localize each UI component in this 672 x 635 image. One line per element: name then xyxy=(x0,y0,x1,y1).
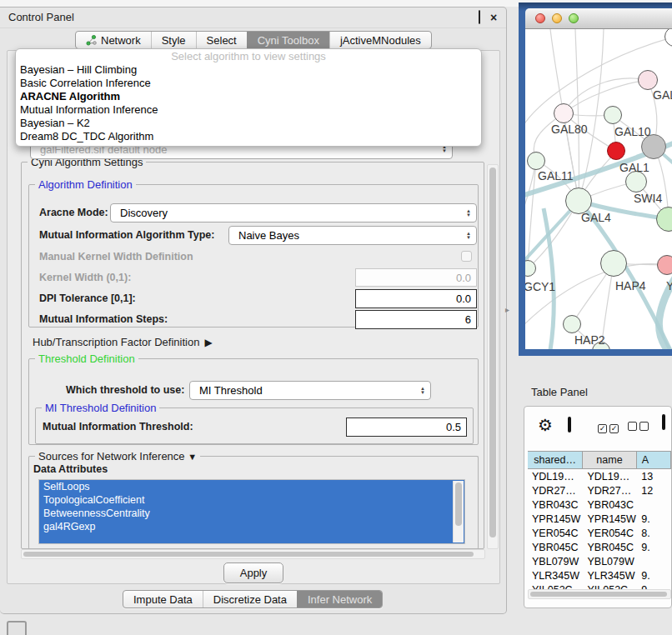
table-row[interactable]: YBL079WYBL079W xyxy=(528,554,671,568)
kernel-width-field[interactable]: 0.0 xyxy=(355,268,477,287)
tab-select[interactable]: Select xyxy=(196,32,247,48)
attribute-item[interactable]: gal4RGexp xyxy=(39,520,464,533)
network-node-red[interactable] xyxy=(607,142,625,160)
node-label-hap2: HAP2 xyxy=(574,333,605,347)
zoom-traffic-light[interactable] xyxy=(569,13,579,23)
table-panel-title: Table Panel xyxy=(531,386,588,398)
attribute-item[interactable]: TopologicalCoefficient xyxy=(39,493,464,507)
node-label-gal80: GAL80 xyxy=(551,122,588,136)
algorithm-option[interactable]: Dream8 DC_TDC Algorithm xyxy=(16,130,481,143)
table-row[interactable]: YBR045CYBR045C9. xyxy=(528,540,671,554)
attribute-item-partial[interactable] xyxy=(39,533,464,543)
node-label-gcy1: GCY1 xyxy=(525,280,555,293)
mi-type-label: Mutual Information Algorithm Type: xyxy=(39,229,214,241)
network-node-pink[interactable] xyxy=(657,255,672,275)
sources-title[interactable]: Sources for Network Inference ▼ xyxy=(35,450,200,462)
data-attributes-label: Data Attributes xyxy=(33,463,108,475)
manual-kernel-checkbox[interactable] xyxy=(461,251,472,262)
node-table: shared… name A YDL19…YDL19…13 YDR27…YDR2… xyxy=(528,451,671,608)
settings-horizontal-scrollbar[interactable] xyxy=(21,549,485,559)
which-threshold-label: Which threshold to use: xyxy=(66,384,184,396)
algorithm-definition-title: Algorithm Definition xyxy=(35,178,136,191)
node-label-gal10: GAL10 xyxy=(614,125,651,138)
attribute-list-scrollbar[interactable] xyxy=(453,481,464,542)
node-label-hap4: HAP4 xyxy=(615,279,646,292)
tab-network[interactable]: Network xyxy=(76,32,151,48)
mi-threshold-field[interactable]: 0.5 xyxy=(346,418,467,437)
tab-cyni-toolbox[interactable]: Cyni Toolbox xyxy=(247,32,329,48)
dpi-tolerance-label: DPI Tolerance [0,1]: xyxy=(39,292,136,304)
mi-threshold-definition-title: MI Threshold Definition xyxy=(42,402,159,414)
control-panel-titlebar: Control Panel × xyxy=(0,8,506,28)
corner-grid-icon[interactable] xyxy=(7,621,27,635)
minimize-traffic-light[interactable] xyxy=(552,13,562,23)
table-panel: ⚙ ✓✓ shared… name A YDL19…YDL19…13 YDR27… xyxy=(524,406,672,608)
threshold-definition-title: Threshold Definition xyxy=(35,352,138,365)
table-row[interactable]: YBR043CYBR043C xyxy=(528,498,671,512)
attribute-item[interactable]: SelfLoops xyxy=(39,480,464,493)
mi-steps-label: Mutual Information Steps: xyxy=(39,313,168,325)
apply-button[interactable]: Apply xyxy=(223,562,283,583)
control-panel-title: Control Panel xyxy=(8,11,74,23)
column-header-shared-name[interactable]: shared… xyxy=(528,452,583,469)
close-icon[interactable]: × xyxy=(489,12,499,22)
algorithm-dropdown-hint: Select algorithm to view settings xyxy=(16,49,481,63)
expanded-arrow-icon: ▼ xyxy=(188,452,197,462)
dpi-tolerance-field[interactable]: 0.0 xyxy=(355,289,477,308)
network-node-hap2[interactable] xyxy=(563,315,581,333)
select-all-columns-icon[interactable]: ✓✓ xyxy=(598,421,621,433)
tab-style[interactable]: Style xyxy=(151,32,196,48)
network-node-gal11[interactable] xyxy=(527,152,545,170)
tab-discretize-data[interactable]: Discretize Data xyxy=(203,591,297,608)
which-threshold-combobox[interactable]: MI Threshold ▲▼ xyxy=(189,381,431,400)
table-row[interactable]: YDR27…YDR27…12 xyxy=(528,483,671,498)
node-label-swi4: SWI4 xyxy=(634,192,662,205)
network-node[interactable] xyxy=(638,70,658,90)
float-window-icon[interactable] xyxy=(474,12,484,22)
network-node-gal10[interactable] xyxy=(604,106,622,124)
settings-vertical-scrollbar[interactable] xyxy=(487,164,499,549)
cyni-algorithm-settings-group: Cyni Algorithm Settings Algorithm Defini… xyxy=(21,162,484,549)
panel-splitter-handle[interactable]: ▸ xyxy=(505,305,509,314)
aracne-mode-combobox[interactable]: Discovery ▲▼ xyxy=(110,203,477,222)
column-header-name[interactable]: name xyxy=(583,452,637,469)
combo-spinner-icon: ▲▼ xyxy=(420,387,425,395)
table-header-row: shared… name A xyxy=(528,451,671,469)
network-node-hap4[interactable] xyxy=(600,250,627,277)
table-row[interactable]: YDL19…YDL19…13 xyxy=(528,469,671,483)
table-row[interactable]: YPR145WYPR145W9. xyxy=(528,512,671,526)
tab-impute-data[interactable]: Impute Data xyxy=(123,591,203,608)
combo-spinner-icon: ▲▼ xyxy=(466,232,471,240)
algorithm-option[interactable]: Mutual Information Inference xyxy=(16,103,481,117)
algorithm-option[interactable]: Basic Correlation Inference xyxy=(16,77,481,90)
node-label-gal4: GAL4 xyxy=(581,211,611,224)
mi-type-combobox[interactable]: Naive Bayes ▲▼ xyxy=(228,226,477,245)
tab-infer-network[interactable]: Infer Network xyxy=(297,591,382,608)
algorithm-option-aracne[interactable]: ARACNE Algorithm xyxy=(16,90,481,103)
attribute-item[interactable]: BetweennessCentrality xyxy=(39,507,464,520)
algorithm-option[interactable]: Bayesian – Hill Climbing xyxy=(16,63,481,77)
close-traffic-light[interactable] xyxy=(535,13,545,23)
gear-icon[interactable]: ⚙ xyxy=(538,415,553,435)
document-icon[interactable] xyxy=(662,416,665,428)
column-header-partial[interactable]: A xyxy=(637,452,671,469)
columns-icon[interactable] xyxy=(568,418,571,431)
network-window-titlebar xyxy=(525,8,672,29)
network-canvas[interactable]: GAL GAL80 GAL10 GAL1 GAL11 SWI4 GAL4 GCY… xyxy=(525,29,672,349)
node-label: GAL xyxy=(653,88,672,102)
network-icon xyxy=(86,35,97,46)
threshold-definition-group: Threshold Definition Which threshold to … xyxy=(28,358,479,445)
data-attributes-list: SelfLoops TopologicalCoefficient Between… xyxy=(38,479,465,544)
tab-jactivemnodules[interactable]: jActiveMNodules xyxy=(329,32,431,48)
table-row[interactable]: YLR345WYLR345W9. xyxy=(528,568,671,582)
node-label-gal11: GAL11 xyxy=(538,169,574,182)
network-node-gal80[interactable] xyxy=(554,103,574,123)
mi-steps-field[interactable]: 6 xyxy=(355,310,477,329)
table-row[interactable]: YER054CYER054C8. xyxy=(528,526,671,540)
kernel-width-label: Kernel Width (0,1): xyxy=(39,272,131,283)
sources-group: Sources for Network Inference ▼ Data Att… xyxy=(28,456,479,549)
table-horizontal-scrollbar[interactable] xyxy=(528,589,671,599)
algorithm-option[interactable]: Bayesian – K2 xyxy=(16,117,481,130)
deselect-all-columns-icon[interactable] xyxy=(628,421,651,433)
hub-definition-toggle[interactable]: Hub/Transcription Factor Definition▶ xyxy=(33,336,213,348)
